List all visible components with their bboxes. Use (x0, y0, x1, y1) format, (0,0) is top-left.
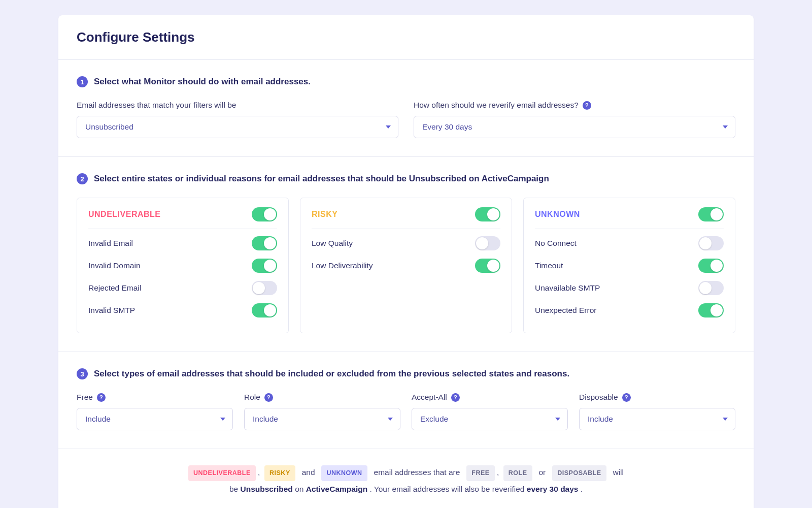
toggle-knob (699, 282, 712, 294)
pill-risky: RISKY (264, 465, 295, 481)
pill-unknown: UNKNOWN (321, 465, 367, 481)
pill-undeliverable: UNDELIVERABLE (188, 465, 256, 481)
frequency-select[interactable]: Every 30 days (414, 116, 735, 138)
select-value: Exclude (420, 415, 448, 424)
state-toggle-undeliverable[interactable] (252, 207, 277, 221)
reason-toggle[interactable] (698, 303, 724, 318)
state-toggle-risky[interactable] (475, 207, 500, 221)
reason-label: Low Quality (312, 239, 353, 248)
reason-toggle[interactable] (698, 259, 724, 273)
reason-toggle[interactable] (252, 303, 277, 318)
state-card-header: UNKNOWN (535, 207, 724, 229)
reason-row: Low Deliverability (312, 255, 500, 277)
state-card-unknown: UNKNOWNNo ConnectTimeoutUnavailable SMTP… (523, 198, 735, 333)
reason-label: Timeout (535, 261, 563, 270)
summary-text: and (302, 468, 315, 477)
help-icon[interactable]: ? (622, 393, 631, 402)
reason-label: Low Deliverability (312, 261, 373, 270)
caret-down-icon (555, 418, 560, 421)
select-value: Unsubscribed (85, 122, 133, 132)
caret-down-icon (723, 418, 728, 421)
summary-text (462, 468, 464, 477)
toggle-knob (264, 260, 276, 272)
state-name: UNDELIVERABLE (88, 210, 161, 219)
reason-toggle[interactable] (698, 236, 724, 250)
state-card-header: UNDELIVERABLE (88, 207, 277, 229)
toggle-knob (264, 208, 276, 220)
select-value: Include (588, 415, 613, 424)
reason-label: Rejected Email (88, 283, 141, 293)
summary-text (548, 468, 550, 477)
select-value: Include (85, 415, 111, 424)
summary-text (317, 468, 319, 477)
filter-free: Free?Include (77, 393, 233, 430)
toggle-knob (253, 282, 265, 294)
field-label: How often should we reverify email addre… (414, 101, 735, 110)
summary-action: Unsubscribed (240, 485, 292, 493)
section-step-2: 2 Select entire states or individual rea… (58, 157, 754, 352)
reason-toggle[interactable] (252, 236, 277, 250)
reason-label: No Connect (535, 239, 577, 248)
summary-text: . Your email addresses will also be reve… (369, 485, 526, 493)
step-header: 3 Select types of email addresses that s… (77, 368, 735, 379)
summary-text: will (613, 468, 624, 477)
section-step-3: 3 Select types of email addresses that s… (58, 352, 754, 449)
reason-label: Invalid Domain (88, 261, 141, 270)
section-step-1: 1 Select what Monitor should do with ema… (58, 60, 754, 157)
action-select[interactable]: Unsubscribed (77, 116, 398, 138)
filter-select-role[interactable]: Include (244, 408, 400, 430)
reason-label: Unexpected Error (535, 306, 596, 315)
help-icon[interactable]: ? (264, 393, 273, 402)
label-text: Email addresses that match your filters … (77, 101, 236, 110)
label-text: Disposable (579, 393, 618, 402)
caret-down-icon (220, 418, 225, 421)
summary-text: or (539, 468, 546, 477)
summary-text: on (295, 485, 306, 493)
help-icon[interactable]: ? (97, 393, 106, 402)
pill-disposable: DISPOSABLE (552, 465, 606, 481)
step-header: 2 Select entire states or individual rea… (77, 173, 735, 184)
reason-label: Invalid SMTP (88, 306, 135, 315)
caret-down-icon (386, 125, 391, 129)
toggle-knob (476, 237, 488, 249)
toggle-knob (710, 260, 723, 272)
summary-text (608, 468, 611, 477)
state-toggle-unknown[interactable] (698, 207, 724, 221)
summary-sentence: UNDELIVERABLE , RISKY and UNKNOWN email … (58, 449, 754, 508)
toggle-knob (264, 304, 276, 316)
reason-row: Unexpected Error (535, 299, 724, 322)
reason-row: Invalid Email (88, 232, 277, 255)
select-value: Include (253, 415, 278, 424)
step-header: 1 Select what Monitor should do with ema… (77, 76, 735, 87)
reason-row: Low Quality (312, 232, 500, 255)
summary-text: . (581, 485, 583, 493)
reason-toggle[interactable] (475, 259, 500, 273)
summary-text (297, 468, 299, 477)
label-text: Accept-All (412, 393, 447, 402)
filter-select-free[interactable]: Include (77, 408, 233, 430)
label-text: Role (244, 393, 260, 402)
reason-toggle[interactable] (252, 281, 277, 295)
filter-select-disposable[interactable]: Include (579, 408, 735, 430)
summary-text (369, 468, 371, 477)
reason-toggle[interactable] (252, 259, 277, 273)
toggle-knob (487, 208, 499, 220)
help-icon[interactable]: ? (583, 101, 591, 110)
caret-down-icon (388, 418, 393, 421)
reason-row: Invalid SMTP (88, 299, 277, 322)
field-frequency: How often should we reverify email addre… (414, 101, 735, 138)
step-title: Select what Monitor should do with email… (94, 77, 311, 87)
step-title: Select entire states or individual reaso… (94, 174, 549, 184)
reason-toggle[interactable] (475, 236, 500, 250)
pill-role: ROLE (503, 465, 532, 481)
reason-toggle[interactable] (698, 281, 724, 295)
card-header: Configure Settings (58, 15, 754, 60)
pill-free: FREE (466, 465, 494, 481)
reason-label: Invalid Email (88, 239, 133, 248)
step-number-badge: 1 (77, 76, 88, 87)
settings-card: Configure Settings 1 Select what Monitor… (58, 15, 754, 508)
field-action: Email addresses that match your filters … (77, 101, 398, 138)
filter-select-accept-all[interactable]: Exclude (412, 408, 568, 430)
help-icon[interactable]: ? (451, 393, 460, 402)
reason-row: Rejected Email (88, 277, 277, 299)
